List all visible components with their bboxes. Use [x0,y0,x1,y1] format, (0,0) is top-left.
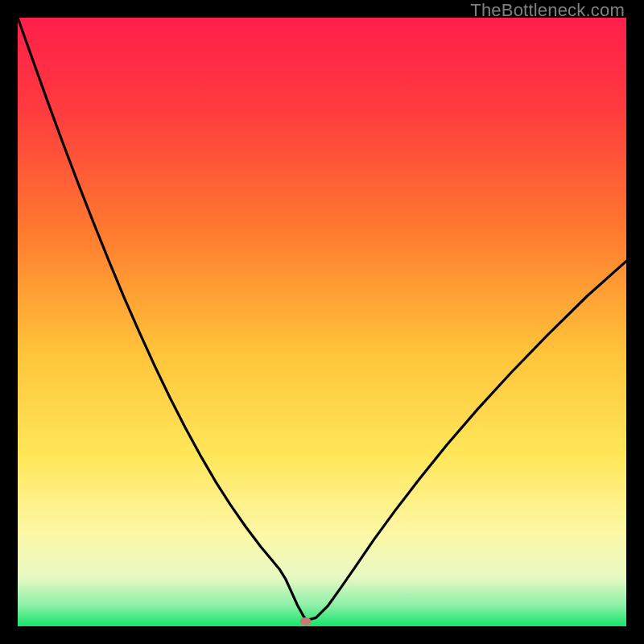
curve-minimum-marker [300,617,312,625]
chart-frame [18,18,626,626]
chart-background [18,18,626,626]
watermark-label: TheBottleneck.com [470,0,625,21]
bottleneck-chart [18,18,626,626]
